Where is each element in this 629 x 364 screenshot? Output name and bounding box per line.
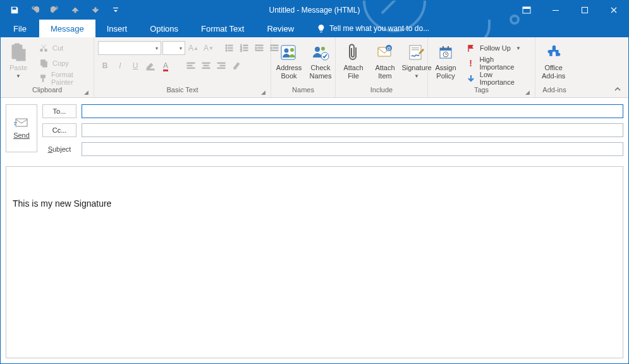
cut-button[interactable]: Cut: [36, 41, 90, 55]
tab-file[interactable]: File: [1, 20, 39, 37]
svg-rect-18: [42, 78, 44, 82]
basic-text-launcher-icon[interactable]: ◢: [259, 89, 267, 97]
svg-rect-17: [41, 75, 46, 78]
clipboard-launcher-icon[interactable]: ◢: [82, 89, 90, 97]
svg-point-50: [315, 47, 320, 52]
underline-button[interactable]: U: [128, 59, 142, 73]
svg-rect-8: [15, 44, 20, 47]
tab-review[interactable]: Review: [255, 20, 305, 37]
numbering-button[interactable]: 123: [237, 41, 251, 55]
send-button[interactable]: Send: [6, 104, 37, 152]
office-addins-button[interactable]: Office Add-ins: [539, 41, 568, 81]
check-names-label: Check Names: [310, 64, 332, 80]
follow-up-label: Follow Up: [480, 44, 511, 52]
cc-button[interactable]: Cc...: [42, 123, 76, 137]
decrease-indent-button[interactable]: [252, 41, 266, 55]
next-item-icon[interactable]: [85, 1, 106, 20]
message-body[interactable]: This is my new Signature: [6, 166, 623, 358]
minimize-icon[interactable]: [541, 1, 570, 20]
svg-rect-46: [217, 68, 225, 69]
bold-button[interactable]: B: [98, 59, 112, 73]
font-size-dropdown[interactable]: ▾: [162, 41, 185, 55]
attach-item-button[interactable]: @ Attach Item: [371, 41, 399, 81]
align-left-button[interactable]: [184, 59, 198, 73]
undo-icon[interactable]: [25, 1, 45, 20]
signature-button[interactable]: Signature ▼: [403, 41, 431, 80]
group-tags: Assign Policy Follow Up ▼ ! High Importa…: [428, 37, 535, 97]
font-name-dropdown[interactable]: ▾: [98, 41, 161, 55]
svg-rect-43: [202, 68, 210, 69]
svg-rect-26: [243, 45, 248, 46]
quick-access-toolbar: [1, 1, 126, 20]
tab-message[interactable]: Message: [39, 20, 95, 37]
group-addins-label: Add-ins: [539, 86, 570, 97]
high-importance-button[interactable]: ! High Importance: [463, 56, 531, 70]
envelope-send-icon: [14, 118, 29, 128]
group-addins: Office Add-ins Add-ins: [535, 37, 573, 97]
svg-rect-62: [448, 46, 449, 49]
shrink-font-button[interactable]: A▼: [202, 41, 216, 55]
collapse-ribbon-icon[interactable]: [612, 83, 623, 95]
text-highlight-button[interactable]: [144, 59, 157, 73]
signature-label: Signature: [401, 64, 431, 72]
low-importance-button[interactable]: Low Importance: [463, 71, 531, 85]
group-tags-label: Tags: [474, 86, 489, 94]
svg-rect-24: [228, 50, 233, 51]
to-field[interactable]: [82, 104, 623, 118]
follow-up-button[interactable]: Follow Up ▼: [463, 41, 531, 55]
svg-point-51: [321, 47, 325, 51]
svg-rect-10: [18, 51, 24, 52]
align-right-button[interactable]: [214, 59, 228, 73]
svg-point-48: [284, 49, 289, 53]
assign-policy-button[interactable]: Assign Policy: [432, 41, 460, 81]
ribbon-display-options-icon[interactable]: [512, 1, 541, 20]
cc-field[interactable]: [82, 123, 623, 137]
attach-item-icon: @: [375, 42, 395, 63]
svg-rect-41: [202, 63, 210, 64]
tab-options[interactable]: Options: [138, 20, 190, 37]
svg-rect-20: [228, 45, 233, 46]
window-controls: [512, 1, 628, 20]
redo-icon[interactable]: [45, 1, 65, 20]
subject-field[interactable]: [82, 142, 623, 156]
previous-item-icon[interactable]: [65, 1, 85, 20]
check-names-button[interactable]: Check Names: [307, 41, 334, 81]
brush-icon: [39, 73, 47, 83]
group-names-label: Names: [275, 86, 331, 97]
align-center-button[interactable]: [199, 59, 213, 73]
paperclip-icon: [343, 42, 363, 63]
tab-insert[interactable]: Insert: [95, 20, 139, 37]
group-names: Address Book Check Names Names: [271, 37, 336, 97]
save-icon[interactable]: [4, 1, 25, 20]
svg-rect-44: [217, 63, 225, 64]
maximize-icon[interactable]: [570, 1, 599, 20]
grow-font-button[interactable]: A▲: [186, 41, 200, 55]
clear-formatting-button[interactable]: [229, 59, 243, 73]
group-basic-text-label: Basic Text: [167, 86, 198, 94]
address-book-button[interactable]: Address Book: [275, 41, 303, 81]
tags-launcher-icon[interactable]: ◢: [523, 89, 531, 97]
svg-rect-61: [443, 46, 444, 49]
svg-rect-30: [243, 50, 248, 51]
paste-button[interactable]: Paste ▼: [4, 41, 32, 80]
italic-button[interactable]: I: [113, 59, 127, 73]
tell-me-search[interactable]: Tell me what you want to do...: [305, 20, 429, 37]
group-include: Attach File @ Attach Item Signature ▼ In…: [336, 37, 428, 97]
svg-rect-4: [523, 7, 530, 9]
tab-format-text[interactable]: Format Text: [190, 20, 255, 37]
send-label: Send: [13, 131, 30, 139]
font-color-button[interactable]: A: [159, 59, 173, 73]
high-importance-label: High Importance: [479, 56, 528, 71]
flag-icon: [466, 43, 476, 53]
svg-rect-40: [187, 68, 195, 69]
copy-button[interactable]: Copy: [36, 56, 90, 70]
format-painter-button[interactable]: Format Painter: [36, 71, 90, 85]
close-icon[interactable]: [599, 1, 628, 20]
attach-file-button[interactable]: Attach File: [339, 41, 367, 81]
bullets-button[interactable]: [222, 41, 236, 55]
low-importance-label: Low Importance: [480, 71, 528, 86]
svg-rect-12: [18, 55, 22, 56]
to-button[interactable]: To...: [42, 104, 76, 118]
cut-label: Cut: [52, 44, 63, 52]
customize-qat-icon[interactable]: [106, 1, 126, 20]
